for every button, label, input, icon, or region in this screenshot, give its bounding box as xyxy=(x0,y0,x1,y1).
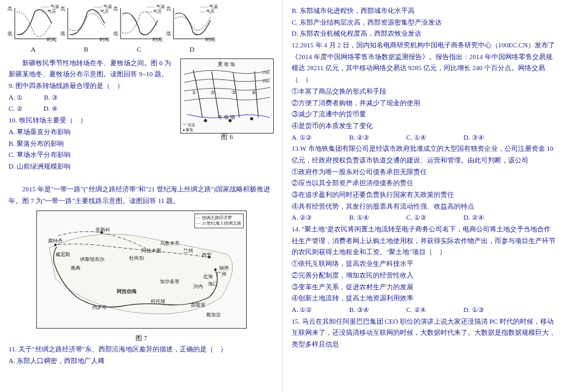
q12-item-1: ①丰富了商品交换的形式和手段 xyxy=(292,86,557,97)
question-11: 11. 关于"丝绸之路经济带"东、西部沿海地区差异的描述，正确的是（ ） xyxy=(9,343,274,355)
q10-opt-d: D. 山前绿洲规模影响 xyxy=(9,161,274,172)
map-figure-6: 2500 2000 夏 牧 场 冬 牧 场 ① ② ③ ④ xyxy=(180,58,274,134)
q12-opt-a: A. ①② xyxy=(292,132,312,143)
q11-intro: 2015 年是"一带一路"("丝绸之路经济带"和"21 世纪海上丝绸之路")国家… xyxy=(9,183,274,206)
svg-text:2000: 2000 xyxy=(262,79,269,83)
question-15: 15. 马云在其卸任阿里巴巴集团 CEO 职位的演讲上说大家还没搞清 PC 时代… xyxy=(292,316,557,350)
graph-label-c: C xyxy=(114,44,164,55)
q14-item-1: ①依托互联网络，提高农业生产科技水平 xyxy=(292,258,557,270)
graph-row: —— 气温 ---- 气压 高 低 时间 A xyxy=(9,5,274,55)
q10-opt-c: C. 草场水平分布影响 xyxy=(9,149,274,161)
graph-d: —— 气温 ---- 气压 高 低 时间 D xyxy=(167,5,217,55)
axis-time: 时间 xyxy=(47,36,57,44)
q11-opt-b: B. 东部城市化进程快，西部城市化水平高 xyxy=(292,5,557,17)
graph-a: —— 气温 ---- 气压 高 低 时间 A xyxy=(9,5,58,55)
q13-item-4: ④具有经营优势，其发行的股票具有流动性强、收益高的特点 xyxy=(292,201,557,212)
map-figure-7: -·- 丝绸之路经济带 — 21世纪海上丝绸之路 莫斯科 西安 鹿特丹 威尼斯 … xyxy=(36,210,247,329)
q9-opt-b: B. ③ xyxy=(44,92,58,103)
axis-high: 高 xyxy=(7,5,12,14)
q13-item-3: ③在追求盈利的同时还要负责执行国家有关政策的责任 xyxy=(292,189,557,201)
q13-opt-a: A. ②③ xyxy=(292,212,312,223)
q9-opt-a: A. ① xyxy=(9,92,23,103)
map7-caption: 图 7 xyxy=(9,332,274,344)
question-13: 13.W 市地铁集团有限公司是经该市政府批准成立的大型国有独资企业，公司注册资金… xyxy=(292,143,557,166)
q14-opt-a: A. ①② xyxy=(292,304,312,316)
q13-item-1: ①政府作为唯一股东对公司债务承担无限责任 xyxy=(292,166,557,178)
q12-opt-d: D. ③④ xyxy=(463,132,484,143)
q14-opt-d: D. ①③ xyxy=(463,304,484,316)
q12-opt-b: B. ②③ xyxy=(349,132,369,143)
graph-b: —— 气温 ---- 气压 高 低 时间 B xyxy=(62,5,111,55)
q13-opt-b: B. ①④ xyxy=(349,212,369,223)
q14-item-2: ②完善分配制度，增加农民的经营性收入 xyxy=(292,270,557,281)
question-14: 14. "聚土地"是农民将闲置土地流转至电子商务公司名下，电商公司将土地交予当地… xyxy=(292,223,557,258)
q12-opt-c: C. ①④ xyxy=(406,132,426,143)
q9-opt-c: C. ② xyxy=(9,103,23,114)
q12-item-3: ③减少了流通中的货币量 xyxy=(292,108,557,120)
graph-c: —— 气温 ---- 气压 高 低 时间 C xyxy=(114,5,164,55)
graph-label-b: B xyxy=(62,44,111,55)
q13-item-2: ②应当以其全部资产承担清偿债务的责任 xyxy=(292,177,557,189)
q12-item-4: ④是货币的本质发生了变化 xyxy=(292,120,557,132)
q14-item-3: ③变革生产关系，促进农村生产力的发展 xyxy=(292,281,557,293)
svg-text:2500: 2500 xyxy=(262,71,269,74)
q11-opt-c: C. 东部产业结构层次高，西部资源密集型产业发达 xyxy=(292,17,557,28)
q14-opt-b: B. ③④ xyxy=(349,304,369,316)
q13-opt-c: C. ①③ xyxy=(406,212,426,223)
svg-point-12 xyxy=(250,117,253,120)
axis-low: 低 xyxy=(7,30,12,38)
q11-opt-a: A. 东部人口稠密，西部地广人稀 xyxy=(9,355,274,367)
q12-item-2: ②方便了消费者购物，并减少了现金的使用 xyxy=(292,97,557,109)
q11-opt-d: D. 东部农业机械化程度高，西部农牧业发达 xyxy=(292,28,557,39)
q14-opt-c: C. ②④ xyxy=(406,304,426,316)
q13-opt-d: D. ②④ xyxy=(463,212,484,223)
svg-point-10 xyxy=(204,119,207,122)
question-12: 12.2015 年 4 月 2 日，国内知名电商研究机构中国电子商务研究中心（1… xyxy=(292,39,557,86)
graph-label-d: D xyxy=(167,44,217,55)
map6-caption: 图 6 xyxy=(181,131,273,143)
section-q9-10: 2500 2000 夏 牧 场 冬 牧 场 ① ② ③ ④ xyxy=(9,57,274,172)
q9-opt-d: D. ④ xyxy=(44,103,58,114)
graph-label-a: A xyxy=(9,44,58,55)
q14-item-4: ④创新土地流转，提高土地资源利用效率 xyxy=(292,292,557,304)
legend-pressure: ---- 气压 xyxy=(41,10,59,15)
